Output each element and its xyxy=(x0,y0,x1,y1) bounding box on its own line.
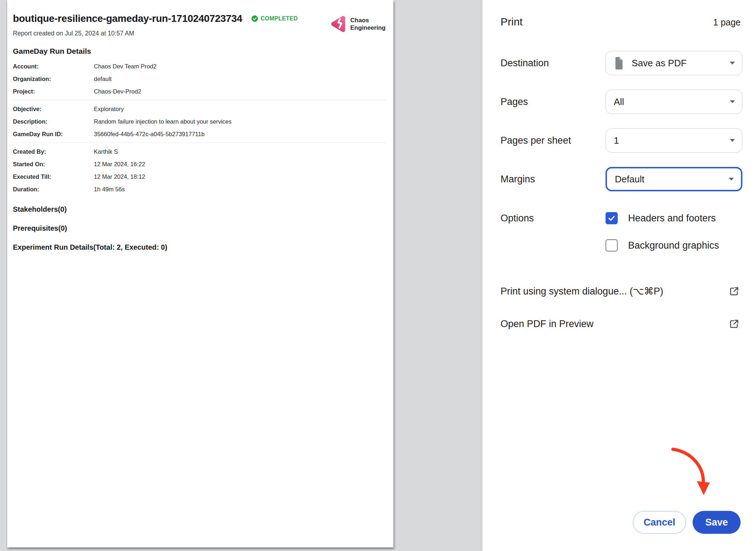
open-pdf-in-preview-label: Open PDF in Preview xyxy=(501,316,594,332)
print-system-dialog-link[interactable]: Print using system dialogue... (⌥⌘P) xyxy=(483,283,756,299)
pages-label: Pages xyxy=(501,90,528,114)
brand-name: Chaos Engineering xyxy=(350,16,386,32)
options-row-headers-footers: Options Headers and footers xyxy=(483,212,756,225)
checkmark-icon xyxy=(607,214,616,222)
destination-label: Destination xyxy=(501,51,549,75)
detail-row-duration: Duration: 1h 49m 56s xyxy=(13,183,386,196)
open-in-new-icon xyxy=(729,318,740,329)
brand-line2: Engineering xyxy=(350,24,386,32)
detail-row-executed-till: Executed Till: 12 Mar 2024, 18:12 xyxy=(13,171,386,183)
section-heading: GameDay Run Details xyxy=(13,47,386,56)
status-badge: COMPLETED xyxy=(252,15,298,22)
pdf-file-icon xyxy=(614,57,624,70)
headers-and-footers-label: Headers and footers xyxy=(628,212,716,225)
destination-row: Destination Save as PDF xyxy=(483,51,756,75)
divider xyxy=(13,143,386,143)
chrome-print-dialog: boutique-resilience-gameday-run-17102407… xyxy=(0,0,756,551)
experiment-run-details-heading: Experiment Run Details(Total: 2, Execute… xyxy=(13,243,386,251)
status-label: COMPLETED xyxy=(260,15,298,22)
destination-select[interactable]: Save as PDF xyxy=(606,51,742,75)
dialog-button-bar: Cancel Save xyxy=(633,511,741,534)
chaos-engineering-logo: Chaos Engineering xyxy=(330,15,386,33)
detail-row-objective: Objective: Exploratory xyxy=(13,103,386,115)
headers-and-footers-checkbox[interactable] xyxy=(606,212,618,224)
panel-header: Print 1 page xyxy=(501,16,741,28)
check-circle-icon xyxy=(252,15,258,22)
cancel-button[interactable]: Cancel xyxy=(633,511,686,534)
report-preview-page: boutique-resilience-gameday-run-17102407… xyxy=(7,0,393,547)
detail-row-description: Description: Random failure injection to… xyxy=(13,115,386,128)
open-in-new-icon xyxy=(729,286,740,297)
open-pdf-in-preview-link[interactable]: Open PDF in Preview xyxy=(483,316,756,332)
detail-row-project: Project: Chaos-Dev-Prod2 xyxy=(13,85,386,98)
dropdown-caret-icon xyxy=(730,139,735,142)
print-settings-panel: Print 1 page Destination Save as PDF Pag… xyxy=(482,0,756,551)
pages-per-sheet-row: Pages per sheet 1 xyxy=(483,128,756,153)
margins-row: Margins Default xyxy=(483,167,756,191)
brand-line1: Chaos xyxy=(350,16,386,24)
background-graphics-checkbox[interactable] xyxy=(606,239,618,251)
margins-value: Default xyxy=(615,174,644,185)
prerequisites-heading: Prerequisites(0) xyxy=(13,224,386,233)
dropdown-caret-icon xyxy=(730,62,735,64)
dialog-title: Print xyxy=(501,16,523,28)
dropdown-caret-icon xyxy=(730,100,735,103)
margins-select[interactable]: Default xyxy=(606,167,742,191)
detail-row-organization: Organization: default xyxy=(13,73,386,85)
stakeholders-heading: Stakeholders(0) xyxy=(13,205,386,214)
page-count: 1 page xyxy=(713,17,741,28)
dropdown-caret-icon xyxy=(729,178,734,181)
detail-row-gameday-run-id: GameDay Run ID: 35660fed-44b5-472c-a045-… xyxy=(13,128,386,140)
pages-per-sheet-select[interactable]: 1 xyxy=(606,128,742,153)
options-label: Options xyxy=(501,212,534,225)
print-system-dialog-label: Print using system dialogue... (⌥⌘P) xyxy=(501,283,663,299)
divider xyxy=(13,100,386,100)
report-title: boutique-resilience-gameday-run-17102407… xyxy=(13,13,242,24)
print-preview-area: boutique-resilience-gameday-run-17102407… xyxy=(0,0,482,551)
options-row-background-graphics: Background graphics xyxy=(483,239,756,252)
destination-value: Save as PDF xyxy=(632,58,686,69)
detail-row-created-by: Created By: Karthik S xyxy=(13,145,386,158)
save-button[interactable]: Save xyxy=(693,511,741,534)
margins-label: Margins xyxy=(501,167,535,191)
chaos-pinwheel-icon xyxy=(330,15,347,33)
pages-per-sheet-label: Pages per sheet xyxy=(501,128,571,153)
pages-select[interactable]: All xyxy=(606,90,742,114)
pages-per-sheet-value: 1 xyxy=(614,135,619,146)
detail-row-started-on: Started On: 12 Mar 2024, 16:22 xyxy=(13,158,386,171)
background-graphics-label: Background graphics xyxy=(628,239,719,252)
detail-row-account: Account: Chaos Dev Team Prod2 xyxy=(13,60,386,73)
pages-row: Pages All xyxy=(483,90,756,114)
pages-value: All xyxy=(614,96,624,107)
